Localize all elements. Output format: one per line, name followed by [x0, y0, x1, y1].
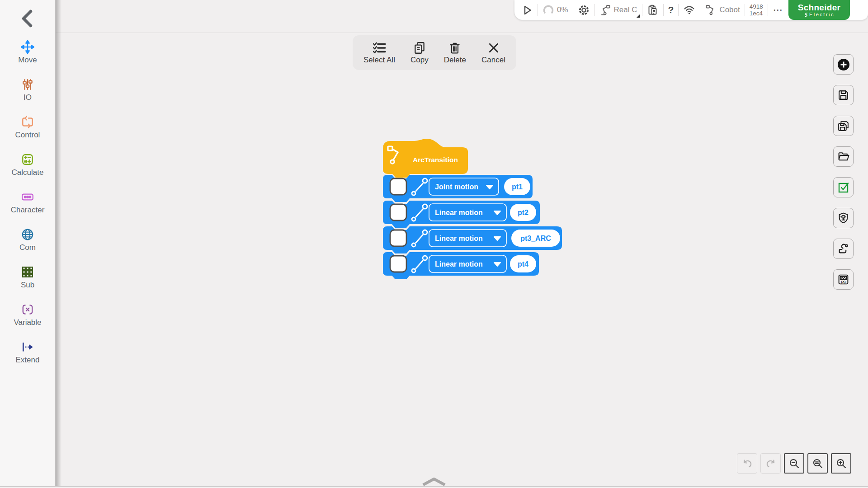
zoom-reset-icon — [811, 457, 824, 470]
divider — [538, 4, 538, 16]
move-icon — [21, 40, 34, 54]
divider — [594, 4, 595, 16]
select-all-label: Select All — [363, 56, 395, 65]
folder-icon — [837, 150, 849, 163]
motion-type-label: Linear motion — [435, 235, 483, 242]
back-button[interactable] — [0, 0, 55, 33]
more-button[interactable]: ... — [774, 4, 783, 13]
delete-button[interactable]: Delete — [444, 41, 466, 65]
svg-text:(X): (X) — [841, 280, 846, 284]
schneider-logo: Schneider Electric — [788, 0, 850, 20]
settings-button[interactable] — [578, 4, 590, 16]
play-icon — [521, 4, 533, 16]
sidebar-item-sub[interactable]: Sub — [0, 258, 55, 296]
redo-button[interactable] — [760, 453, 781, 474]
arc-transition-block[interactable]: ArcTransition — [383, 139, 468, 178]
delete-label: Delete — [444, 56, 466, 65]
undo-icon — [741, 457, 754, 470]
back-chevron-icon — [19, 8, 37, 29]
cobot-label: Cobot — [719, 5, 740, 14]
cobot-selector[interactable]: Cobot — [705, 4, 740, 16]
wifi-button[interactable] — [683, 4, 695, 16]
divider — [768, 4, 768, 16]
device-id-line2: 1ec4 — [750, 10, 763, 17]
sidebar-item-label: Com — [19, 243, 36, 252]
validate-button[interactable] — [833, 177, 854, 197]
device-id-line1: 4918 — [750, 3, 763, 10]
sidebar-item-move[interactable]: Move — [0, 33, 55, 71]
help-button[interactable]: ? — [668, 5, 674, 15]
zoom-in-button[interactable] — [831, 453, 851, 474]
point-label: pt4 — [518, 260, 528, 268]
robot-jog-button[interactable] — [833, 239, 854, 259]
sidebar-item-label: Sub — [21, 281, 34, 290]
brand-name: Schneider — [798, 3, 841, 12]
robot-mode-selector[interactable]: Real C — [599, 4, 637, 16]
device-id: 4918 1ec4 — [750, 3, 763, 17]
row-checkbox[interactable] — [390, 204, 406, 221]
motion-block-row[interactable]: Joint motion pt1 — [383, 175, 533, 202]
close-icon — [487, 41, 500, 55]
sidebar-item-label: Move — [18, 56, 37, 65]
point-label: pt3_ARC — [520, 235, 551, 242]
hat-block-label: ArcTransition — [413, 156, 458, 164]
copy-button[interactable]: Copy — [410, 41, 429, 65]
right-tool-rail: (X) — [833, 54, 854, 290]
calculator-icon — [21, 153, 34, 166]
play-button[interactable] — [521, 4, 533, 16]
save-all-button[interactable] — [833, 116, 854, 136]
zoom-out-icon — [788, 457, 801, 470]
motion-type-label: Linear motion — [435, 260, 483, 268]
monitor-button[interactable]: (X) — [833, 269, 854, 290]
shield-icon — [837, 212, 849, 224]
selection-toolbar: Select All Copy Delete Can — [353, 35, 516, 70]
clipboard-icon — [647, 4, 659, 16]
row-checkbox[interactable] — [390, 256, 406, 272]
sidebar-item-character[interactable]: Character — [0, 183, 55, 221]
zoom-reset-button[interactable] — [807, 453, 828, 474]
save-button[interactable] — [833, 85, 854, 105]
status-bar: 0% Real C — [514, 0, 868, 20]
sidebar-item-com[interactable]: Com — [0, 221, 55, 258]
add-block-button[interactable] — [833, 54, 854, 75]
mode-label: Real C — [614, 5, 637, 14]
left-sidebar: Move IO Control — [0, 0, 55, 487]
save-all-icon — [837, 120, 849, 132]
cancel-button[interactable]: Cancel — [481, 41, 505, 65]
row-checkbox[interactable] — [390, 230, 406, 246]
sidebar-item-io[interactable]: IO — [0, 71, 55, 108]
select-all-button[interactable]: Select All — [363, 41, 395, 65]
motion-block-row[interactable]: Linear motion pt3_ARC — [383, 226, 562, 253]
globe-icon — [21, 228, 34, 241]
row-checkbox[interactable] — [390, 178, 406, 195]
zoom-in-icon — [835, 457, 848, 470]
chevron-up-icon — [420, 476, 448, 487]
more-label: ... — [774, 4, 783, 13]
progress-arc-icon — [542, 4, 554, 16]
character-icon — [21, 190, 34, 204]
divider — [663, 4, 664, 16]
dropdown-corner — [637, 14, 640, 18]
motion-block-row[interactable]: Linear motion pt2 — [383, 201, 540, 228]
sidebar-shadow — [55, 0, 61, 487]
open-project-button[interactable] — [833, 146, 854, 167]
sidebar-item-control[interactable]: Control — [0, 108, 55, 146]
robot-hook-icon — [837, 243, 849, 255]
canvas-controls — [737, 453, 851, 474]
safety-button[interactable] — [833, 208, 854, 228]
sidebar-item-label: Variable — [14, 318, 41, 327]
sidebar-item-calculate[interactable]: Calculate — [0, 146, 55, 183]
io-sliders-icon — [21, 78, 34, 91]
brand-tail — [850, 0, 868, 20]
clipboard-button[interactable] — [647, 4, 659, 16]
sidebar-item-variable[interactable]: Variable — [0, 296, 55, 333]
extend-arrow-icon — [21, 340, 34, 354]
copy-label: Copy — [410, 56, 429, 65]
point-label: pt2 — [518, 209, 528, 216]
divider — [642, 4, 642, 16]
sidebar-item-extend[interactable]: Extend — [0, 333, 55, 371]
zoom-out-button[interactable] — [784, 453, 804, 474]
undo-button[interactable] — [737, 453, 757, 474]
brand-subname: Electric — [804, 12, 835, 17]
motion-block-row[interactable]: Linear motion pt4 — [383, 252, 539, 279]
